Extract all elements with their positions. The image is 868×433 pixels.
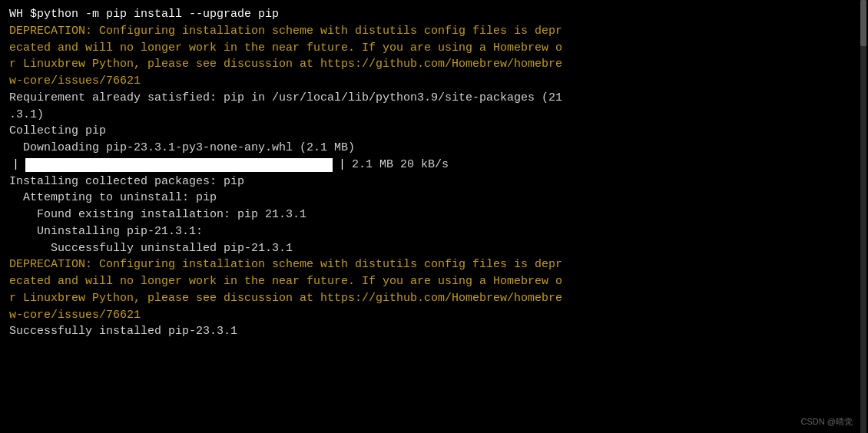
terminal-line-deprecation5: DEPRECATION: Configuring installation sc…: [9, 256, 859, 273]
terminal-line-cmd: WH $python -m pip install --upgrade pip: [9, 6, 859, 23]
terminal-content: WH $python -m pip install --upgrade pipD…: [9, 6, 859, 340]
terminal-line-deprecation1: DEPRECATION: Configuring installation sc…: [9, 23, 859, 40]
progress-info: 2.1 MB 20 kB/s: [352, 157, 449, 174]
progress-separator-start: |: [12, 157, 19, 174]
progress-line: ||2.1 MB 20 kB/s: [9, 157, 859, 174]
terminal-line-deprecation3: r Linuxbrew Python, please see discussio…: [9, 56, 859, 73]
terminal-line-successfully_un: Successfully uninstalled pip-21.3.1: [9, 240, 859, 257]
scrollbar-thumb[interactable]: [860, 0, 866, 46]
terminal-line-deprecation8: w-core/issues/76621: [9, 307, 859, 324]
terminal-line-uninstalling: Uninstalling pip-21.3.1:: [9, 223, 859, 240]
terminal-line-attempting: Attempting to uninstall: pip: [9, 190, 859, 207]
terminal-line-req1: Requirement already satisfied: pip in /u…: [9, 90, 859, 107]
progress-bar: [25, 158, 333, 172]
terminal-line-downloading: Downloading pip-23.3.1-py3-none-any.whl …: [9, 140, 859, 157]
terminal-line-installing: Installing collected packages: pip: [9, 174, 859, 190]
progress-separator-end: |: [339, 157, 346, 174]
scrollbar[interactable]: [860, 0, 866, 433]
terminal-line-deprecation4: w-core/issues/76621: [9, 73, 859, 90]
terminal-line-found: Found existing installation: pip 21.3.1: [9, 207, 859, 223]
terminal-line-success: Successfully installed pip-23.3.1: [9, 323, 859, 340]
terminal-line-deprecation7: r Linuxbrew Python, please see discussio…: [9, 290, 859, 307]
terminal-line-deprecation6: ecated and will no longer work in the ne…: [9, 273, 859, 290]
terminal-line-collecting: Collecting pip: [9, 123, 859, 140]
watermark: CSDN @晴觉: [801, 416, 853, 428]
terminal: WH $python -m pip install --upgrade pipD…: [0, 0, 868, 433]
terminal-line-deprecation2: ecated and will no longer work in the ne…: [9, 40, 859, 57]
progress-bar-fill: [25, 158, 333, 172]
terminal-line-req2: .3.1): [9, 107, 859, 124]
